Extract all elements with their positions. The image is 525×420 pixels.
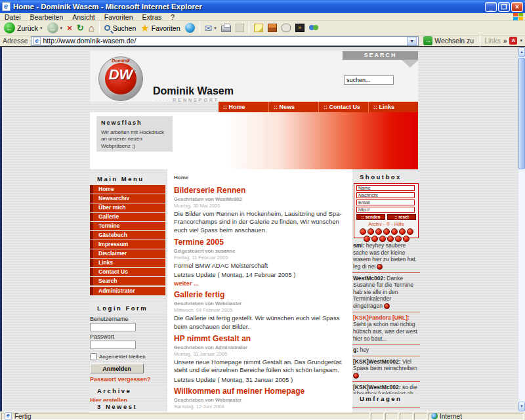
messenger-icon (309, 24, 318, 32)
shoutbox-email-input[interactable] (356, 200, 415, 205)
shoutbox-url-input[interactable] (356, 207, 415, 213)
article-body: Unsere neue Homepage nimmt Gestalt an. D… (174, 358, 345, 375)
scroll-up-icon[interactable]: ▲ (518, 47, 525, 57)
smiley-icon[interactable] (360, 228, 366, 235)
sidebar-item-search[interactable]: Search (90, 277, 165, 285)
forward-button[interactable]: → ▾ (46, 22, 64, 35)
sidebar-item-gaestebuch[interactable]: Gästebuch (90, 231, 165, 240)
smiley-icon[interactable] (368, 228, 374, 235)
sidebar-item-disclaimer[interactable]: Disclaimer (90, 249, 165, 258)
minimize-button[interactable]: _ (485, 2, 497, 12)
article-byline: Geschrieben von Webmaster (174, 301, 345, 306)
shoutbox-form: :: senden :: reset Archiv - ® - Hilfe (354, 183, 419, 238)
mail-button[interactable]: ✉ ▾ (203, 22, 218, 35)
login-button[interactable]: Anmelden (90, 364, 144, 373)
logo-bottom-text: Wasem (99, 94, 142, 98)
forward-dropdown-icon[interactable]: ▾ (60, 26, 63, 31)
vertical-scrollbar[interactable]: ▲ ▼ (518, 47, 525, 411)
sidebar-item-impressum[interactable]: Impressum (90, 240, 165, 249)
sidebar-item-gallerie[interactable]: Gallerie (90, 213, 165, 221)
smiley-icon[interactable] (375, 228, 382, 235)
research-button[interactable] (266, 22, 278, 35)
header-banner: Newsflash Wir arbeiten mit Hockdruck an … (90, 112, 418, 169)
go-arrow-icon: → (423, 36, 432, 45)
article-title[interactable]: Termine 2005 (174, 238, 345, 247)
forgot-password-link[interactable]: Passwort vergessen? (90, 376, 165, 383)
article-title[interactable]: Bilderserie Rennen (174, 186, 345, 195)
scrollbar-thumb[interactable] (518, 58, 525, 169)
close-button[interactable]: × (511, 2, 523, 12)
article-update: Letztes Update ( Montag, 14 Februar 2005… (174, 271, 345, 278)
pdf-addon-icon[interactable]: A (509, 37, 517, 45)
notes-button[interactable] (253, 22, 264, 35)
menu-hilfe[interactable]: ? (166, 13, 179, 21)
favorites-button[interactable]: ★ Favoriten (139, 22, 181, 35)
links-label[interactable]: Links (484, 37, 501, 45)
go-button[interactable]: → Wechseln zu (421, 35, 476, 46)
breadcrumb[interactable]: Home (174, 175, 345, 180)
address-dropdown-icon[interactable]: ▼ (407, 37, 417, 45)
shoutbox-reset-button[interactable]: :: reset (387, 214, 416, 220)
search-button[interactable]: Suchen (103, 22, 138, 35)
flashget-button[interactable]: » (294, 22, 306, 35)
media-button[interactable] (184, 22, 196, 35)
article: Bilderserie Rennen Geschrieben von WestM… (174, 186, 345, 234)
stop-button[interactable]: × (66, 22, 74, 35)
address-input[interactable]: http://www.dominik-wasem.de/ ▼ (31, 36, 419, 46)
article-title[interactable]: Willkommen auf meiner Homepage (174, 387, 345, 396)
menu-extras[interactable]: Extras (138, 13, 167, 21)
article: Gallerie fertig Geschrieben von Webmaste… (174, 290, 345, 331)
back-dropdown-icon[interactable]: ▾ (40, 26, 43, 31)
smiley-icon[interactable] (391, 228, 398, 235)
restore-button[interactable]: ❐ (498, 2, 510, 12)
nav-news[interactable]: :: News (268, 102, 318, 112)
address-url: http://www.dominik-wasem.de/ (43, 37, 136, 45)
site-search-input[interactable] (344, 75, 394, 85)
shoutbox-links[interactable]: Archiv - ® - Hilfe (356, 221, 416, 227)
links-chevron-icon[interactable]: » (503, 37, 507, 45)
discuss-button[interactable] (280, 22, 292, 35)
smiley-icon (353, 373, 359, 379)
remember-checkbox[interactable] (90, 353, 97, 360)
menu-favoriten[interactable]: Favoriten (100, 13, 138, 21)
messenger-button[interactable] (308, 22, 320, 35)
sidebar-item-contact[interactable]: Contact Us (90, 268, 165, 276)
browser-toolbar: ← Zurück ▾ → ▾ × ↻ ⌂ Suchen ★ Favoriten … (0, 21, 525, 35)
sidebar-item-links[interactable]: Links (90, 259, 165, 267)
print-button[interactable] (220, 22, 232, 35)
nav-links[interactable]: :: Links (368, 102, 418, 112)
nav-contact[interactable]: :: Contact Us (318, 102, 368, 112)
shoutbox-name-input[interactable] (356, 185, 415, 191)
read-more-link[interactable]: weiter ... (174, 280, 345, 287)
smiley-icon[interactable] (383, 228, 390, 235)
shoutbox-send-button[interactable]: :: senden (356, 214, 385, 220)
username-field[interactable] (90, 323, 136, 331)
article-title[interactable]: Gallerie fertig (174, 290, 345, 299)
pdf-dropdown-icon[interactable]: ▾ (520, 38, 522, 43)
page-viewport: Dominik DW Wasem Dominik Wasem ···· RENN… (0, 47, 518, 411)
refresh-button[interactable]: ↻ (75, 22, 85, 35)
article: Termine 2005 Beigesteuert von susanne Fr… (174, 238, 345, 287)
menu-datei[interactable]: Datei (0, 13, 26, 21)
shoutbox-message-input[interactable] (356, 192, 415, 198)
sidebar-item-ueber-mich[interactable]: Über mich (90, 203, 165, 212)
back-button[interactable]: ← Zurück ▾ (3, 22, 44, 35)
sidebar-item-administrator[interactable]: Administrator (90, 287, 165, 295)
password-field[interactable] (90, 341, 136, 349)
sidebar-item-termine[interactable]: Termine (90, 222, 165, 230)
scroll-down-icon[interactable]: ▼ (518, 402, 525, 411)
print-icon (221, 26, 231, 32)
smiley-icon[interactable] (399, 228, 406, 235)
toolbar-separator (99, 22, 100, 34)
mail-icon: ✉ (205, 24, 213, 33)
menu-bearbeiten[interactable]: Bearbeiten (26, 13, 68, 21)
sidebar-item-newsarchiv[interactable]: Newsarchiv (90, 194, 165, 203)
home-button[interactable]: ⌂ (87, 22, 96, 35)
smiley-icon[interactable] (407, 228, 413, 235)
article-title[interactable]: HP nimmt Gestalt an (174, 334, 345, 343)
edit-button[interactable] (234, 22, 245, 35)
mail-dropdown-icon[interactable]: ▾ (214, 26, 217, 31)
menu-ansicht[interactable]: Ansicht (68, 13, 99, 21)
sidebar-item-home[interactable]: Home (90, 185, 165, 194)
nav-home[interactable]: :: Home (219, 102, 268, 112)
